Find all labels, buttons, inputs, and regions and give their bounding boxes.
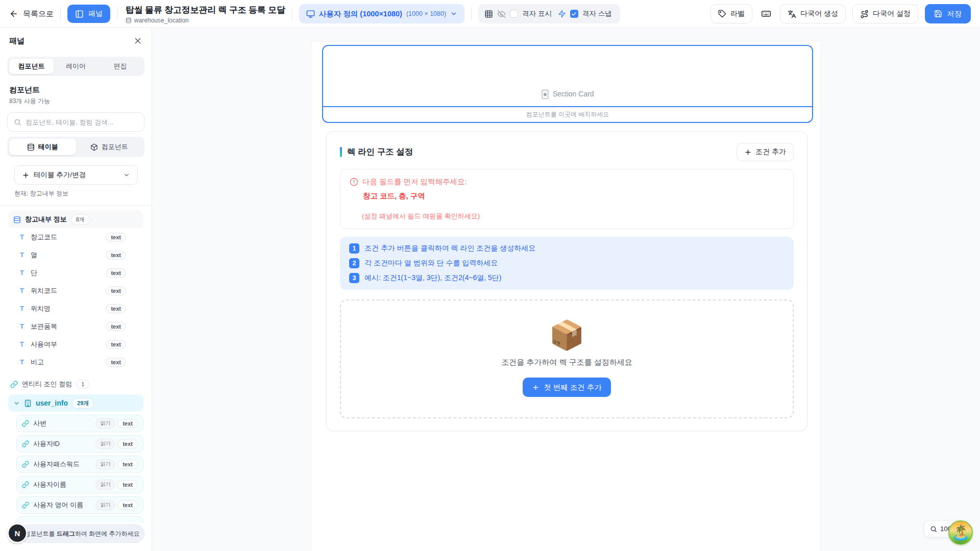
field-name: 보관품목: [31, 322, 57, 331]
drag-hint-bold: 드래그: [57, 530, 75, 537]
field-row[interactable]: T위치코드text: [8, 282, 143, 299]
warning-required-fields: 창고 코드, 층, 구역: [363, 191, 784, 201]
drag-hint-pill: 컴포넌트를 드래그하여 화면에 추가하세요: [19, 524, 144, 543]
panel-button-label: 패널: [88, 9, 103, 18]
package-icon: 📦: [549, 321, 585, 349]
join-field-row[interactable]: 사용자이름 읽기text: [16, 476, 143, 493]
components-count: 83개 사용 가능: [9, 97, 142, 106]
grid-icon: [484, 10, 493, 18]
save-icon: [934, 10, 942, 18]
steps-info-box: 1 조건 추가 버튼을 클릭하여 렉 라인 조건을 생성하세요 2 각 조건마다…: [340, 237, 794, 290]
selection-tag: v2-section-card: [749, 45, 804, 46]
entity-join-header: 엔티티 조인 컬럼 1: [8, 376, 143, 392]
island-widget-button[interactable]: 🏝️: [948, 520, 973, 545]
join-field-row[interactable]: 사용자ID 읽기text: [16, 435, 143, 453]
section-card-label: Section Card: [553, 90, 594, 98]
section-card-component[interactable]: v2-section-card 🃏 Section Card 컴포넌트를 이곳에…: [322, 45, 813, 123]
eye-off-icon[interactable]: [497, 10, 506, 18]
source-tab-components[interactable]: 컴포넌트: [76, 139, 143, 155]
back-to-list-button[interactable]: 목록으로: [9, 9, 54, 19]
search-input[interactable]: [26, 118, 138, 126]
join-field-row[interactable]: 사용자 영어 이름 읽기text: [16, 496, 143, 514]
i18n-settings-button[interactable]: 다국어 설정: [852, 4, 918, 23]
add-first-condition-button[interactable]: 첫 번째 조건 추가: [523, 378, 611, 397]
keyboard-shortcuts-button[interactable]: [759, 7, 773, 21]
add-condition-button[interactable]: 조건 추가: [737, 143, 794, 161]
tab-components[interactable]: 컴포넌트: [9, 59, 54, 74]
join-field-name: 사용자패스워드: [33, 460, 80, 469]
toggle-panel-button[interactable]: 패널: [67, 5, 110, 23]
field-row[interactable]: T열text: [8, 246, 143, 264]
table-section-header[interactable]: 창고내부 정보 8개: [8, 211, 143, 228]
i18n-settings-label: 다국어 설정: [873, 9, 911, 18]
link-icon: [22, 481, 29, 488]
link-icon: [22, 420, 29, 427]
grid-snap-checkbox[interactable]: [570, 10, 578, 18]
i18n-generate-button[interactable]: 다국어 생성: [780, 4, 846, 23]
join-field-name: 사용자 영어 이름: [33, 500, 83, 510]
link-icon: [22, 502, 29, 509]
tab-edit[interactable]: 편집: [98, 59, 142, 74]
text-type-icon: T: [18, 269, 26, 277]
join-field-row[interactable]: 사번 읽기text: [16, 415, 143, 432]
conditions-empty-state: 📦 조건을 추가하여 렉 구조를 설정하세요 첫 번째 조건 추가: [340, 299, 794, 418]
tab-layers[interactable]: 레이어: [54, 59, 98, 74]
add-change-table-label: 테이블 추가/변경: [34, 170, 86, 180]
close-icon[interactable]: [133, 36, 142, 45]
field-name: 단: [31, 268, 37, 278]
step-item: 3 예시: 조건1(1~3열, 3단), 조건2(4~6열, 5단): [349, 273, 785, 283]
design-canvas[interactable]: v2-section-card 🃏 Section Card 컴포넌트를 이곳에…: [311, 41, 821, 551]
page-subtitle: warehouse_location: [126, 17, 285, 24]
page-title: 탑씰 물류 창고정보관리 렉 구조 등록 모달: [126, 4, 285, 16]
field-type-badge: text: [106, 322, 126, 331]
field-type-badge: text: [117, 439, 138, 448]
join-field-row[interactable]: 사용자패스워드 읽기text: [16, 456, 143, 473]
source-toggle: 테이블 컴포넌트: [7, 137, 144, 157]
field-row[interactable]: T단text: [8, 264, 143, 282]
field-type-badge: text: [117, 480, 138, 489]
arrow-left-icon: [9, 9, 18, 18]
label-button-text: 라벨: [730, 9, 745, 18]
section-card-dropzone[interactable]: 컴포넌트를 이곳에 배치하세요: [323, 107, 812, 122]
screen-size-select[interactable]: 사용자 정의 (1000×1080) (1000 × 1080): [299, 4, 464, 23]
label-button[interactable]: 라벨: [710, 4, 752, 23]
warning-note: (설정 패널에서 필드 매핑을 확인하세요): [362, 212, 784, 221]
screen-size-label: 사용자 정의 (1000×1080): [319, 9, 402, 19]
save-button[interactable]: 저장: [925, 4, 971, 23]
join-field-name: 사번: [33, 419, 46, 428]
readonly-badge: 읽기: [95, 500, 115, 510]
accent-bar: [340, 147, 342, 157]
field-name: 열: [31, 251, 37, 260]
drag-hint-suffix: 하여 화면에 추가하세요: [75, 530, 140, 537]
field-name: 사용여부: [31, 340, 57, 349]
rack-card-title-row: 렉 라인 구조 설정: [340, 146, 413, 158]
field-row[interactable]: T비고text: [8, 353, 143, 371]
field-row[interactable]: T사용여부text: [8, 335, 143, 353]
text-type-icon: T: [18, 340, 26, 348]
source-tab-tables[interactable]: 테이블: [9, 139, 76, 155]
field-row[interactable]: T창고코드text: [8, 228, 143, 246]
join-field-row-clipped[interactable]: [16, 516, 143, 522]
top-toolbar: 목록으로 패널 탑씰 물류 창고정보관리 렉 구조 등록 모달 warehous…: [0, 0, 980, 28]
readonly-badge: 읽기: [95, 480, 115, 490]
link-icon: [22, 440, 29, 447]
readonly-badge: 읽기: [95, 439, 115, 449]
text-type-icon: T: [18, 322, 26, 330]
monitor-icon: [306, 10, 315, 18]
plus-icon: [22, 171, 30, 179]
components-heading: 컴포넌트: [9, 85, 142, 95]
grid-show-checkbox[interactable]: [510, 10, 518, 18]
field-row[interactable]: T보관품목text: [8, 317, 143, 335]
section-card-body[interactable]: 🃏 Section Card: [323, 46, 812, 107]
app-root: 목록으로 패널 탑씰 물류 창고정보관리 렉 구조 등록 모달 warehous…: [0, 0, 980, 551]
save-button-label: 저장: [947, 9, 962, 19]
warning-line: 다음 필드를 먼저 입력해주세요:: [350, 177, 784, 187]
add-change-table-button[interactable]: 테이블 추가/변경: [14, 165, 138, 185]
divider: [60, 7, 61, 20]
magnifier-icon: [930, 525, 937, 533]
field-row[interactable]: T위치명text: [8, 299, 143, 317]
join-table-header[interactable]: user_info 29개: [8, 394, 143, 412]
grid-controls: 격자 표시 격자 스냅: [478, 4, 620, 23]
field-name: 위치명: [31, 304, 51, 313]
grid-show-label: 격자 표시: [522, 9, 552, 18]
